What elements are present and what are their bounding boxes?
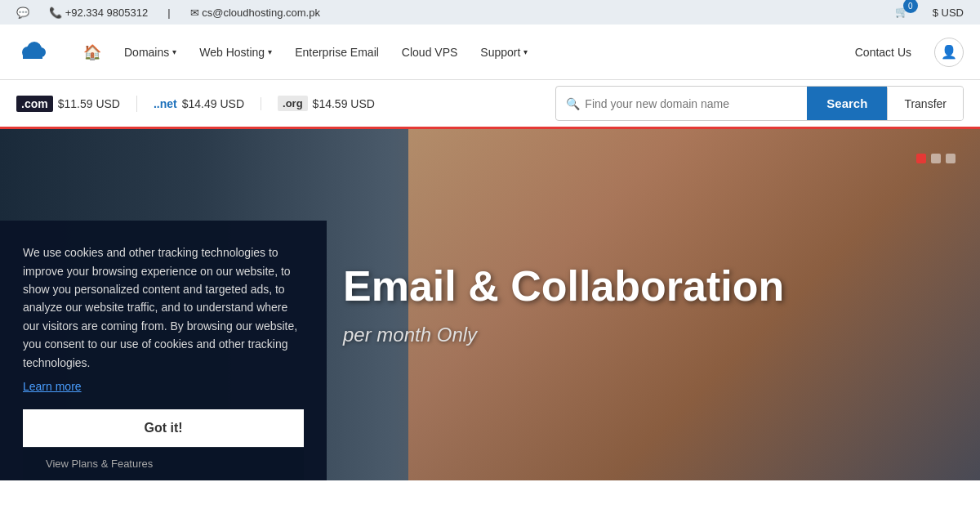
- hero-subtitle: per month Only: [343, 324, 980, 346]
- view-plans-area: View Plans & Features: [23, 447, 304, 480]
- cookie-text: We use cookies and other tracking techno…: [23, 243, 304, 372]
- net-price-item: ..net $14.49 USD: [154, 97, 261, 110]
- contact-us-button[interactable]: Contact Us: [842, 39, 924, 65]
- email-contact: ✉ cs@cloudhosting.com.pk: [190, 7, 320, 19]
- domain-prices: .com $11.59 USD ..net $14.49 USD .org $1…: [16, 96, 555, 112]
- nav-right: Contact Us 👤: [842, 38, 964, 67]
- nav-cloud-vps[interactable]: Cloud VPS: [392, 39, 467, 65]
- logo-cloud-icon: CLOUD HOSTING: [16, 36, 49, 69]
- chevron-down-icon: ▾: [523, 47, 528, 56]
- nav-items: 🏠 Domains ▾ Web Hosting ▾ Enterprise Ema…: [74, 37, 834, 68]
- domain-search-input[interactable]: [585, 89, 797, 118]
- whatsapp-icon: 💬: [16, 7, 29, 19]
- svg-rect-3: [23, 52, 42, 59]
- nav-support[interactable]: Support ▾: [470, 39, 537, 65]
- net-price: $14.49 USD: [182, 97, 244, 110]
- domain-transfer-button[interactable]: Transfer: [887, 87, 963, 120]
- net-tld: ..net: [154, 97, 177, 110]
- domain-search-input-wrap: 🔍: [556, 89, 807, 118]
- phone-icon: 📞: [49, 7, 62, 19]
- top-bar-right: 🛒0 $ USD: [895, 5, 964, 20]
- domain-bar: .com $11.59 USD ..net $14.49 USD .org $1…: [0, 80, 980, 129]
- navbar: CLOUD HOSTING 🏠 Domains ▾ Web Hosting ▾ …: [0, 25, 980, 80]
- top-bar-left: 💬 📞 +92.334 9805312 | ✉ cs@cloudhosting.…: [16, 7, 320, 19]
- domain-search-button[interactable]: Search: [807, 87, 887, 120]
- chevron-down-icon: ▾: [268, 47, 272, 56]
- phone-contact: 📞 +92.334 9805312: [49, 7, 148, 19]
- com-price-item: .com $11.59 USD: [16, 96, 137, 112]
- search-icon: 🔍: [566, 97, 580, 110]
- org-price-item: .org $14.59 USD: [278, 96, 391, 111]
- domain-search-area: 🔍 Search Transfer: [555, 86, 964, 121]
- com-tld: .com: [16, 96, 53, 112]
- hero-section: Email & Collaboration per month Only We …: [0, 129, 980, 480]
- nav-enterprise-email[interactable]: Enterprise Email: [285, 39, 389, 65]
- hero-title: Email & Collaboration: [343, 263, 980, 310]
- cookie-banner: We use cookies and other tracking techno…: [0, 221, 327, 480]
- svg-text:CLOUD HOSTING: CLOUD HOSTING: [20, 60, 49, 65]
- email-icon: ✉: [190, 7, 199, 19]
- logo[interactable]: CLOUD HOSTING: [16, 36, 49, 69]
- got-it-button[interactable]: Got it!: [23, 409, 304, 447]
- nav-web-hosting[interactable]: Web Hosting ▾: [189, 39, 282, 65]
- chevron-down-icon: ▾: [172, 47, 176, 56]
- currency-selector[interactable]: $ USD: [933, 7, 964, 19]
- com-price: $11.59 USD: [58, 97, 120, 110]
- user-account-icon[interactable]: 👤: [934, 38, 964, 67]
- nav-domains[interactable]: Domains ▾: [114, 39, 186, 65]
- email-separator: |: [167, 7, 170, 19]
- view-plans-link[interactable]: View Plans & Features: [46, 458, 153, 470]
- nav-home[interactable]: 🏠: [74, 37, 111, 68]
- learn-more-link[interactable]: Learn more: [23, 380, 304, 393]
- org-tld: .org: [278, 96, 308, 111]
- cart-icon[interactable]: 🛒0: [895, 5, 923, 20]
- top-bar: 💬 📞 +92.334 9805312 | ✉ cs@cloudhosting.…: [0, 0, 980, 25]
- org-price: $14.59 USD: [313, 97, 375, 110]
